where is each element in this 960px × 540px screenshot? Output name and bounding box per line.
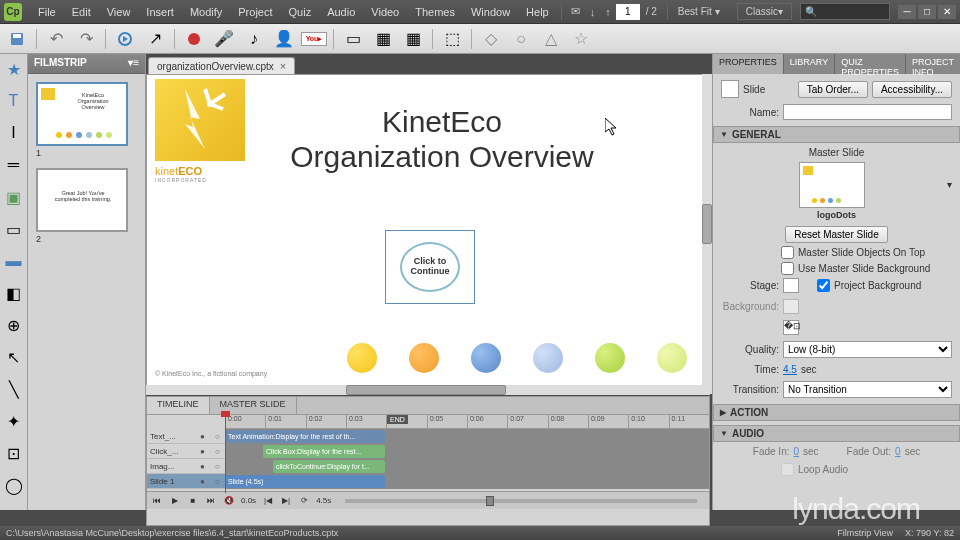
document-tab[interactable]: organizationOverview.cptx × (148, 57, 295, 74)
close-tab-icon[interactable]: × (280, 60, 286, 72)
line-icon[interactable]: ╲ (5, 380, 23, 398)
accessibility-button[interactable]: Accessibility... (872, 81, 952, 98)
menu-edit[interactable]: Edit (64, 6, 99, 18)
menu-video[interactable]: Video (363, 6, 407, 18)
loop-icon[interactable]: ⟳ (298, 496, 310, 505)
mute-icon[interactable]: 🔇 (223, 496, 235, 505)
undo-button[interactable]: ↶ (43, 27, 69, 51)
tab-project-info[interactable]: PROJECT INFO (906, 54, 960, 74)
section-general[interactable]: ▼GENERAL (713, 126, 960, 143)
widget-icon[interactable]: ⊡ (5, 444, 23, 462)
goto-start-icon[interactable]: ⏮ (151, 496, 163, 505)
text-entry-icon[interactable]: I (5, 124, 23, 142)
layer-click[interactable]: Click_...●○Click Box:Display for the res… (147, 444, 709, 459)
maximize-button[interactable]: □ (918, 5, 936, 19)
chevron-down-icon[interactable]: ▾ (947, 179, 952, 190)
menu-view[interactable]: View (99, 6, 139, 18)
menu-file[interactable]: File (30, 6, 64, 18)
star-icon[interactable]: ★ (5, 60, 23, 78)
arrow-down-icon[interactable]: ↓ (585, 6, 601, 18)
slider-icon[interactable]: ═ (5, 156, 23, 174)
shape1-icon[interactable]: ◇ (478, 27, 504, 51)
canvas-hscrollbar[interactable] (146, 385, 710, 395)
microphone-icon[interactable]: 🎤 (211, 27, 237, 51)
mail-icon[interactable]: ✉ (566, 5, 585, 18)
save-button[interactable] (4, 27, 30, 51)
tab-quiz-properties[interactable]: QUIZ PROPERTIES (835, 54, 906, 74)
canvas-vscrollbar[interactable] (702, 74, 712, 394)
mouse-icon[interactable]: ↖ (5, 348, 23, 366)
use-master-bg-checkbox[interactable] (781, 262, 794, 275)
menu-project[interactable]: Project (230, 6, 280, 18)
close-button[interactable]: ✕ (938, 5, 956, 19)
tab-timeline[interactable]: TIMELINE (147, 397, 210, 414)
publish-button[interactable]: ↗ (142, 27, 168, 51)
menu-themes[interactable]: Themes (407, 6, 463, 18)
zoom-dropdown[interactable]: Best Fit ▾ (672, 6, 726, 17)
table-button[interactable]: ▦ (370, 27, 396, 51)
rollover-icon[interactable]: ◧ (5, 284, 23, 302)
filmstrip-slide-2[interactable]: Great Job! You've completed this trainin… (36, 168, 137, 244)
tab-properties[interactable]: PROPERTIES (713, 54, 784, 74)
time-value[interactable]: 4.5 (783, 364, 797, 375)
preview-button[interactable] (112, 27, 138, 51)
zoom-icon[interactable]: ⊕ (5, 316, 23, 334)
shape2-icon[interactable]: ○ (508, 27, 534, 51)
minimize-button[interactable]: ─ (898, 5, 916, 19)
menu-window[interactable]: Window (463, 6, 518, 18)
filmstrip-slide-1[interactable]: KinetEco Organization Overview 1 (36, 82, 137, 158)
character-icon[interactable]: 👤 (271, 27, 297, 51)
master-slide-thumb[interactable] (799, 162, 865, 208)
layout-button[interactable]: ▭ (340, 27, 366, 51)
tab-library[interactable]: LIBRARY (784, 54, 835, 74)
record-button[interactable] (181, 27, 207, 51)
objects-on-top-checkbox[interactable] (781, 246, 794, 259)
slide-canvas[interactable]: kinetkinetECOECO INCORPORATED KinetEcoOr… (146, 74, 710, 394)
animation-icon[interactable]: ✦ (5, 412, 23, 430)
play-icon[interactable]: ▶ (169, 496, 181, 505)
prev-icon[interactable]: |◀ (262, 496, 274, 505)
layer-slide[interactable]: Slide 1●○Slide (4.5s) (147, 474, 709, 489)
visibility-toggle[interactable]: ● (195, 432, 210, 441)
section-action[interactable]: ▶ACTION (713, 404, 960, 421)
goto-end-icon[interactable]: ⏭ (205, 496, 217, 505)
project-bg-checkbox[interactable] (817, 279, 830, 292)
stage-color-swatch[interactable] (783, 278, 799, 293)
button-icon[interactable]: ▭ (5, 220, 23, 238)
playhead[interactable] (225, 415, 226, 493)
shape4-icon[interactable]: ☆ (568, 27, 594, 51)
screen-button[interactable]: ⬚ (439, 27, 465, 51)
next-icon[interactable]: ▶| (280, 496, 292, 505)
layer-image[interactable]: Imag...●○clickToContinue:Display for t..… (147, 459, 709, 474)
search-input[interactable] (800, 3, 890, 20)
music-icon[interactable]: ♪ (241, 27, 267, 51)
menu-audio[interactable]: Audio (319, 6, 363, 18)
menu-quiz[interactable]: Quiz (281, 6, 320, 18)
lock-toggle[interactable]: ○ (210, 432, 225, 441)
page-current-input[interactable]: 1 (616, 4, 640, 20)
timeline-ruler[interactable]: 0:000:010:020:030:040:050:060:070:080:09… (225, 415, 709, 429)
image-icon[interactable]: ▣ (5, 188, 23, 206)
arrow-up-icon[interactable]: ↑ (600, 6, 616, 18)
tab-order-button[interactable]: Tab Order... (798, 81, 868, 98)
text-caption-icon[interactable]: T (5, 92, 23, 110)
highlight-icon[interactable]: ▬ (5, 252, 23, 270)
menu-insert[interactable]: Insert (138, 6, 182, 18)
reset-master-button[interactable]: Reset Master Slide (785, 226, 887, 243)
name-input[interactable] (783, 104, 952, 120)
quality-select[interactable]: Low (8-bit) (783, 341, 952, 358)
redo-button[interactable]: ↷ (73, 27, 99, 51)
layer-text[interactable]: Text_...●○Text Animation:Display for the… (147, 429, 709, 444)
browse-bg-button[interactable]: �⊡ (783, 320, 799, 335)
smart-shape-icon[interactable]: ◯ (5, 476, 23, 494)
menu-help[interactable]: Help (518, 6, 557, 18)
click-to-continue-box[interactable]: Click to Continue (385, 230, 475, 304)
youtube-button[interactable]: You▸ (301, 27, 327, 51)
shape3-icon[interactable]: △ (538, 27, 564, 51)
grid-button[interactable]: ▦ (400, 27, 426, 51)
stop-icon[interactable]: ■ (187, 496, 199, 505)
section-audio[interactable]: ▼AUDIO (713, 425, 960, 442)
panel-menu-icon[interactable]: ▾≡ (128, 57, 139, 70)
workspace-dropdown[interactable]: Classic ▾ (737, 3, 792, 20)
transition-select[interactable]: No Transition (783, 381, 952, 398)
